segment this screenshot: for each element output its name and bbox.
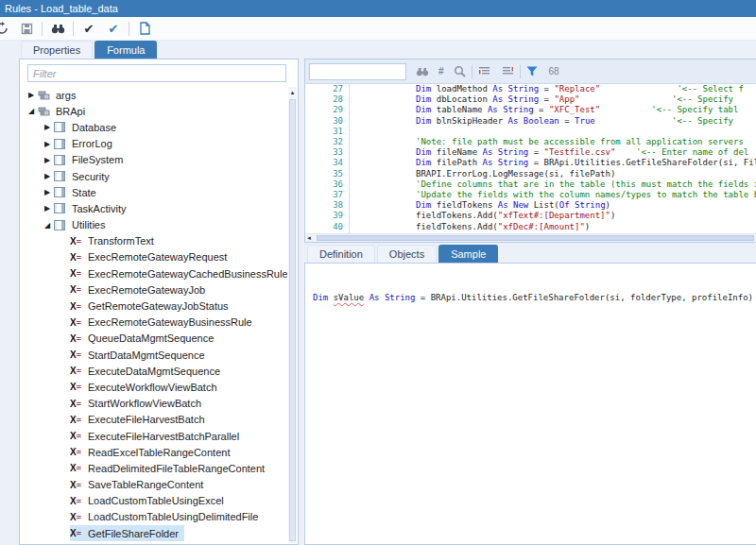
tree-item[interactable]: X=LoadCustomTableUsingExcel — [21, 493, 287, 509]
tree-item-body[interactable]: Database — [54, 119, 122, 135]
tree-item-body[interactable]: TaskActivity — [54, 200, 131, 216]
tree-item[interactable]: ▶ErrorLog — [21, 136, 287, 152]
tree-item-body[interactable]: args — [38, 87, 81, 103]
scrollbar-thumb[interactable] — [289, 99, 296, 541]
tree-item[interactable]: X=LoadCustomTableUsingDelimitedFile — [21, 509, 287, 525]
tree-item[interactable]: X=StartDataMgmtSequence — [21, 347, 287, 363]
tree-item-body[interactable]: X=GetRemoteGatewayJobStatus — [70, 298, 234, 314]
glasses-icon[interactable]: 68 — [549, 62, 559, 81]
tree-item[interactable]: X=ExecuteFileHarvestBatchParallel — [21, 428, 287, 444]
expand-icon[interactable]: ▶ — [41, 123, 54, 131]
tree-item-body[interactable]: X=QueueDataMgmtSequence — [70, 331, 219, 347]
tree-item[interactable]: ▶Security — [21, 168, 287, 184]
tree-item[interactable]: X=StartWorkflowViewBatch — [21, 396, 287, 412]
tree-item-body[interactable]: X=ExecuteWorkflowViewBatch — [70, 379, 223, 395]
tree-item-body[interactable]: X=LoadCustomTableUsingDelimitedFile — [70, 509, 264, 525]
tree-item[interactable]: X=ReadExcelTableRangeContent — [21, 444, 287, 460]
tree-item[interactable]: X=GetFileShareFolder — [21, 525, 287, 541]
tree-item-body[interactable]: Security — [54, 168, 115, 184]
save-icon[interactable] — [17, 19, 36, 38]
tab-formula[interactable]: Formula — [94, 41, 157, 59]
sample-panel[interactable]: Dim sValue As String = BRApi.Utilities.G… — [304, 263, 756, 545]
tree-item-body[interactable]: X=ReadDelimitedFileTableRangeContent — [70, 460, 270, 476]
tab-sample[interactable]: Sample — [438, 245, 498, 263]
expand-icon[interactable]: ▶ — [41, 204, 54, 213]
tree-item[interactable]: X=ExecRemoteGatewayCachedBusinessRule — [21, 265, 287, 281]
tree-item[interactable]: X=ReadDelimitedFileTableRangeContent — [21, 460, 287, 476]
tree-item-selected[interactable]: X=GetFileShareFolder — [70, 525, 184, 541]
tree-item[interactable]: X=QueueDataMgmtSequence — [21, 331, 287, 347]
editor-hscrollbar[interactable]: ◄ — [305, 233, 756, 242]
tree-item[interactable]: ▶State — [21, 184, 287, 200]
editor-search-input[interactable] — [309, 63, 406, 80]
filter-input[interactable] — [27, 64, 286, 82]
tree-item-body[interactable]: ErrorLog — [54, 136, 118, 152]
scroll-left-icon[interactable]: ◄ — [306, 234, 312, 242]
expand-icon[interactable]: ▶ — [41, 156, 54, 164]
tree-item-body[interactable]: X=ExecuteFileHarvestBatchParallel — [70, 428, 245, 444]
code-line[interactable]: 29 Dim tableName As String = "XFC_Test" … — [305, 105, 756, 115]
code-line[interactable]: 35 BRAPI.ErrorLog.LogMessage(si, filePat… — [305, 169, 756, 179]
tree-item[interactable]: ▶Database — [21, 119, 287, 135]
tree-item-body[interactable]: X=ExecRemoteGatewayBusinessRule — [70, 315, 258, 331]
tree-item-body[interactable]: X=SaveFileBytesToUserTempFolder — [70, 541, 248, 544]
tree-item-body[interactable]: X=ExecuteFileHarvestBatch — [70, 412, 211, 428]
code-line[interactable]: 34 Dim filePath As String = BRApi.Utilit… — [305, 158, 756, 168]
code-line[interactable]: 31 — [305, 127, 756, 137]
zoom-icon[interactable] — [454, 62, 466, 81]
tree-item[interactable]: ◢BRApi — [21, 103, 287, 119]
tree-item[interactable]: X=ExecuteWorkflowViewBatch — [21, 379, 287, 395]
tree-item[interactable]: X=ExecuteDataMgmtSequence — [21, 363, 287, 379]
code-line[interactable]: 36 'Define columns that are in the table… — [305, 179, 756, 190]
tree-item-body[interactable]: BRApi — [38, 103, 91, 119]
verify-all-icon[interactable]: ✔ — [104, 19, 123, 38]
undo-icon[interactable] — [0, 19, 11, 38]
tree-item-body[interactable]: State — [54, 184, 102, 200]
outdent-icon[interactable] — [502, 62, 514, 81]
code-line[interactable]: 32 'Note: file path must be accessible f… — [305, 137, 756, 147]
tab-properties[interactable]: Properties — [21, 41, 93, 59]
tree-item[interactable]: X=TransformText — [21, 233, 287, 249]
expand-icon[interactable]: ▶ — [41, 188, 54, 196]
collapse-icon[interactable]: ◢ — [25, 107, 38, 115]
tree-item-body[interactable]: X=ExecRemoteGatewayRequest — [70, 249, 232, 265]
tree-item[interactable]: X=ExecRemoteGatewayJob — [21, 281, 287, 298]
code-line[interactable]: 27 Dim loadMethod As String = "Replace" … — [305, 84, 756, 94]
tree-item[interactable]: X=ExecuteFileHarvestBatch — [21, 412, 287, 428]
tree-item-body[interactable]: Utilities — [54, 217, 111, 233]
filter-icon[interactable] — [526, 62, 538, 81]
tree-item-body[interactable]: X=ExecRemoteGatewayJob — [70, 281, 211, 298]
tree-item-body[interactable]: X=ReadExcelTableRangeContent — [70, 444, 235, 460]
scroll-up-icon[interactable]: ▲ — [288, 87, 297, 98]
indent-icon[interactable] — [478, 62, 490, 81]
tree-item[interactable]: X=SaveFileBytesToUserTempFolder — [21, 541, 287, 544]
tree-scrollbar[interactable]: ▲ — [288, 87, 297, 543]
code-line[interactable]: 37 'Update the fields with the column na… — [305, 190, 756, 200]
tree-item-body[interactable]: X=LoadCustomTableUsingExcel — [70, 493, 230, 509]
tree-item[interactable]: ▶TaskActivity — [21, 200, 287, 216]
code-editor[interactable]: 27 Dim loadMethod As String = "Replace" … — [305, 84, 756, 233]
code-line[interactable]: 38 Dim fieldTokens As New List(Of String… — [305, 200, 756, 211]
expand-icon[interactable]: ▶ — [41, 172, 54, 180]
tab-objects[interactable]: Objects — [377, 245, 437, 263]
tree-item-body[interactable]: X=ExecuteDataMgmtSequence — [70, 363, 226, 379]
tree-item-body[interactable]: X=StartDataMgmtSequence — [70, 347, 211, 363]
code-line[interactable]: 40 fieldTokens.Add("xfDec#:[Amount]") — [305, 222, 756, 232]
find-icon[interactable] — [416, 62, 429, 81]
expand-icon[interactable]: ▶ — [41, 140, 54, 148]
tree-item-body[interactable]: X=StartWorkflowViewBatch — [70, 396, 207, 412]
tree-item-body[interactable]: X=SaveTableRangeContent — [70, 477, 209, 493]
tab-definition[interactable]: Definition — [307, 245, 375, 263]
tree-item[interactable]: ▶FileSystem — [21, 152, 287, 168]
tree-item[interactable]: ▶args — [21, 87, 287, 103]
code-line[interactable]: 33 Dim fileName As String = "Testfile.cs… — [305, 147, 756, 158]
tree-item[interactable]: X=GetRemoteGatewayJobStatus — [21, 298, 287, 314]
code-line[interactable]: 28 Dim dbLocation As String = "App" '<--… — [305, 94, 756, 105]
expand-icon[interactable]: ▶ — [25, 91, 38, 99]
line-number-icon[interactable]: # — [438, 62, 444, 81]
tree-item[interactable]: X=SaveTableRangeContent — [21, 477, 287, 493]
collapse-icon[interactable]: ◢ — [41, 221, 54, 230]
document-icon[interactable] — [135, 19, 154, 38]
code-line[interactable]: 30 Dim blnSkipHeader As Boolean = True '… — [305, 116, 756, 127]
find-icon[interactable] — [48, 19, 67, 38]
